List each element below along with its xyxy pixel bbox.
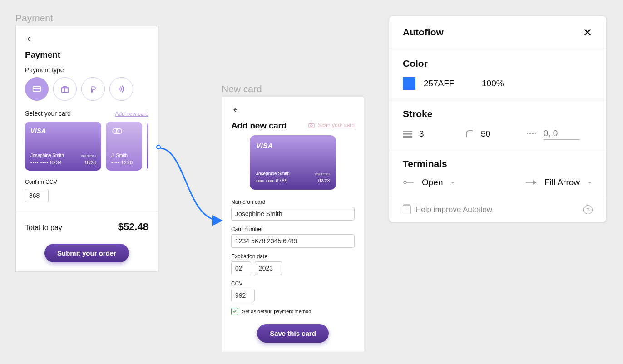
back-arrow-icon[interactable]	[231, 106, 238, 113]
card-number-input[interactable]	[231, 234, 355, 248]
stroke-section-title: Stroke	[403, 108, 593, 119]
paytype-gift-icon[interactable]	[53, 77, 77, 101]
card-number-label: Card number	[231, 226, 355, 232]
card-preview: VISA Josephine Smith •••• •••• 6789 Vali…	[250, 135, 336, 190]
newcard-artboard: Add new card Scan your card VISA Josephi…	[222, 97, 364, 352]
color-hex-value[interactable]: 257AFF	[424, 79, 474, 89]
card-number: •••• •••• 6789	[256, 178, 288, 183]
terminals-section-title: Terminals	[403, 158, 593, 169]
svg-rect-11	[532, 133, 534, 134]
card-brand: VISA	[30, 127, 96, 134]
svg-rect-7	[403, 133, 412, 135]
color-swatch[interactable]	[403, 77, 415, 90]
card-holder: Josephine Smith	[30, 153, 64, 158]
svg-rect-6	[403, 131, 412, 132]
notepad-icon	[403, 205, 411, 214]
svg-rect-0	[33, 87, 41, 92]
payment-type-label: Payment type	[25, 66, 148, 74]
name-on-card-input[interactable]	[231, 207, 355, 221]
open-terminal-icon	[403, 179, 415, 186]
expiration-label: Expiration date	[231, 253, 355, 260]
svg-rect-9	[527, 133, 528, 134]
card-brand: VISA	[256, 142, 273, 149]
paytype-card-icon[interactable]	[25, 77, 49, 101]
svg-rect-12	[535, 133, 536, 134]
chevron-down-icon	[450, 180, 455, 185]
select-card-label: Select your card	[25, 110, 71, 117]
ccv-input[interactable]	[25, 189, 49, 202]
default-payment-checkbox[interactable]	[231, 308, 238, 315]
ccv-label: CCV	[231, 280, 355, 287]
stroke-weight-icon	[403, 130, 413, 138]
ccv-input[interactable]	[231, 289, 255, 302]
card-carousel[interactable]: VISA Josephine Smith •••• •••• 8234 Vali…	[25, 122, 148, 171]
help-improve-link[interactable]: Help improve Autoflow	[403, 205, 492, 214]
terminal-start-value: Open	[422, 177, 443, 187]
scan-card-label: Scan your card	[318, 122, 355, 128]
flow-connector	[154, 144, 232, 226]
ccv-label: Confirm CCV	[25, 179, 148, 185]
corner-radius-value[interactable]: 50	[481, 129, 490, 139]
mastercard-icon	[111, 127, 137, 135]
paytype-contactless-icon[interactable]	[109, 77, 133, 101]
close-icon[interactable]	[583, 27, 593, 37]
flow-handle[interactable]	[156, 145, 161, 149]
card-holder: J. Smith	[111, 153, 128, 158]
default-payment-label: Set as default payment method	[242, 309, 311, 314]
total-amount: $52.48	[118, 221, 148, 233]
card-item[interactable]: J. Smith •••• 1220	[106, 122, 142, 171]
total-label: Total to pay	[25, 224, 62, 232]
svg-point-13	[404, 181, 406, 184]
svg-rect-10	[529, 133, 531, 134]
camera-icon	[308, 122, 315, 128]
fill-arrow-icon	[525, 179, 537, 186]
stroke-weight-value[interactable]: 3	[419, 129, 424, 139]
card-number: •••• •••• 8234	[30, 160, 62, 165]
svg-point-5	[311, 125, 312, 127]
save-card-button[interactable]: Save this card	[257, 324, 329, 343]
payment-artboard: Payment Payment type Select your card Ad…	[15, 26, 158, 272]
card-valid-label: Valid thru	[81, 154, 96, 158]
terminal-end-value: Fill Arrow	[544, 177, 580, 187]
exp-year-input[interactable]	[255, 261, 282, 275]
submit-order-button[interactable]: Submit your order	[44, 244, 129, 262]
color-opacity-value[interactable]: 100%	[482, 79, 504, 89]
exp-month-input[interactable]	[231, 261, 251, 275]
artboard-label-payment: Payment	[15, 13, 53, 24]
help-icon[interactable]: ?	[583, 205, 593, 214]
stroke-dash-icon	[526, 132, 537, 136]
terminal-end-select[interactable]: Fill Arrow	[525, 177, 593, 187]
payment-title: Payment	[25, 50, 148, 60]
paytype-paypal-icon[interactable]	[81, 77, 105, 101]
stroke-dash-input[interactable]	[544, 128, 580, 140]
card-item[interactable]: VISA Josephine Smith •••• •••• 8234 Vali…	[25, 122, 101, 171]
svg-rect-4	[309, 124, 314, 128]
card-number: •••• 1220	[111, 160, 133, 165]
panel-title: Autoflow	[403, 27, 444, 38]
card-expiry: 10/23	[84, 160, 96, 165]
color-section-title: Color	[403, 58, 593, 69]
autoflow-panel: Autoflow Color 257AFF 100% Stroke 3	[389, 15, 607, 223]
card-expiry: 02/23	[318, 178, 330, 183]
chevron-down-icon	[587, 180, 593, 185]
corner-radius-icon	[465, 129, 475, 139]
svg-point-3	[116, 128, 122, 134]
back-arrow-icon[interactable]	[25, 35, 32, 43]
scan-card-link[interactable]: Scan your card	[308, 122, 355, 128]
card-holder: Josephine Smith	[256, 171, 290, 176]
card-valid-label: Valid thru	[315, 172, 330, 176]
add-new-card-link[interactable]: Add new card	[115, 111, 148, 117]
name-on-card-label: Name on card	[231, 199, 355, 205]
artboard-label-newcard: New card	[222, 84, 262, 94]
newcard-title: Add new card	[231, 121, 287, 131]
terminal-start-select[interactable]: Open	[403, 177, 455, 187]
svg-rect-8	[403, 136, 412, 138]
card-item[interactable]: VI J. S •••	[147, 122, 148, 171]
help-improve-label: Help improve Autoflow	[415, 205, 492, 214]
